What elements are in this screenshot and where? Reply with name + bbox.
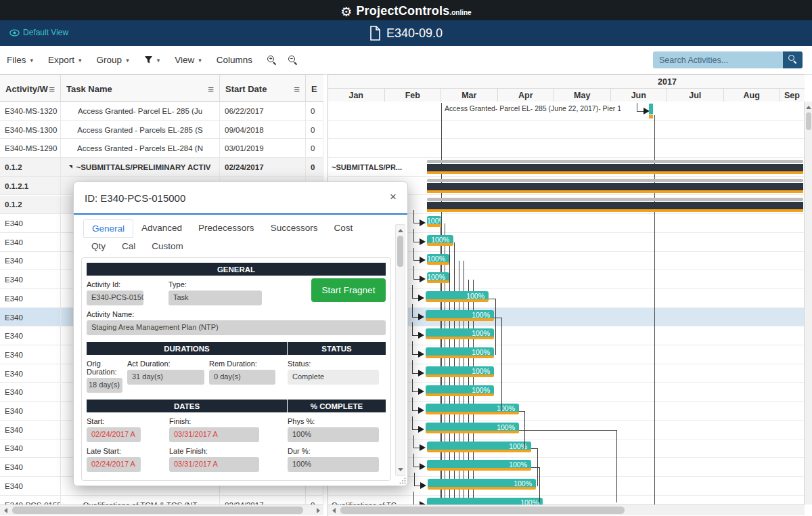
columns-menu[interactable]: Columns	[217, 55, 252, 65]
rem-duration-field[interactable]: 0 day(s)	[209, 370, 275, 385]
files-menu[interactable]: Files▾	[7, 55, 33, 65]
table-row[interactable]: E340-PCS-01552Qualifications of TCM & TC…	[0, 496, 323, 504]
close-icon[interactable]: ×	[390, 191, 397, 202]
scroll-up-button[interactable]	[395, 225, 406, 236]
task-bar[interactable]: 100%	[426, 310, 494, 321]
tab-advanced[interactable]: Advanced	[133, 219, 190, 238]
tab-general[interactable]: General	[83, 219, 133, 238]
cell-text: 03/01/2019	[225, 144, 264, 152]
task-bar[interactable]: 100%	[426, 385, 494, 396]
type-field[interactable]: Task	[168, 291, 262, 305]
modal-tabs: GeneralAdvancedPredecessorsSuccessorsCos…	[74, 215, 371, 255]
filter-menu[interactable]: ▾	[144, 56, 160, 64]
task-bar[interactable]: 100%	[426, 423, 519, 433]
summary-bar[interactable]	[427, 183, 803, 190]
tab-qty[interactable]: Qty	[83, 238, 114, 255]
scroll-up-button[interactable]	[803, 102, 812, 112]
phys-pct-field[interactable]: 100%	[288, 427, 379, 442]
column-menu-icon[interactable]: ≡	[208, 83, 214, 95]
task-bar[interactable]: 100%	[428, 479, 536, 490]
task-bar[interactable]: 100%	[427, 460, 531, 471]
timeline-month-label: Aug	[724, 89, 781, 102]
finish-field[interactable]: 03/31/2017 A	[169, 427, 259, 442]
column-header-task-name[interactable]: Task Name≡	[61, 75, 220, 102]
scroll-down-button[interactable]	[395, 465, 406, 475]
task-bar[interactable]: 100%	[427, 216, 441, 227]
start-label: Start:	[87, 417, 141, 425]
task-bar[interactable]: 100%	[427, 272, 449, 283]
zoom-in-button[interactable]: +	[267, 56, 276, 64]
group-menu[interactable]: Group▾	[97, 55, 129, 65]
view-menu[interactable]: View▾	[175, 55, 202, 65]
expand-collapse-icon[interactable]	[69, 165, 72, 169]
status-label: Status:	[288, 360, 386, 368]
tab-cal[interactable]: Cal	[114, 238, 143, 255]
scrollbar-thumb[interactable]	[397, 236, 403, 267]
late-start-field[interactable]: 02/24/2017 A	[87, 457, 141, 472]
status-field[interactable]: Complete	[288, 370, 379, 385]
scrollbar-thumb[interactable]	[806, 112, 811, 130]
cell-text: Access Granted - Parcels EL-285 (S	[77, 126, 202, 134]
relationship-arrow-icon	[420, 257, 426, 263]
table-cell: 0.1.2.1	[0, 177, 61, 196]
modal-scrollbar[interactable]	[395, 224, 405, 476]
activity-name-field[interactable]: Staging Area Management Plan (NTP)	[87, 320, 386, 335]
task-bar[interactable]: 100%	[427, 442, 531, 452]
resize-grip[interactable]	[399, 477, 406, 484]
table-row[interactable]: 0.1.2~SUBMITTALS/PRELIMINARY ACTIV02/24/…	[0, 158, 323, 177]
table-row[interactable]: E340-MS-1320Access Granted- Parcel EL- 2…	[0, 102, 323, 121]
summary-bar[interactable]	[427, 202, 803, 209]
tab-successors[interactable]: Successors	[263, 219, 326, 238]
gantt-row[interactable]	[328, 139, 805, 158]
task-bar[interactable]: 100%	[426, 404, 519, 414]
late-finish-field[interactable]: 03/31/2017 A	[169, 457, 259, 472]
task-bar[interactable]: 100%	[427, 235, 453, 246]
milestone-marker[interactable]	[649, 104, 653, 114]
tab-cost[interactable]: Cost	[325, 219, 361, 238]
task-bar[interactable]: 100%	[426, 291, 489, 302]
scroll-right-button[interactable]	[313, 505, 323, 515]
search-input[interactable]	[653, 51, 783, 68]
gantt-horizontal-scrollbar[interactable]	[328, 504, 805, 515]
scroll-left-button[interactable]	[328, 505, 339, 515]
relationship-arrow-icon	[420, 238, 426, 245]
project-id: E340-09.0	[386, 26, 443, 41]
export-menu[interactable]: Export▾	[48, 55, 82, 65]
act-duration-field[interactable]: 31 day(s)	[127, 370, 204, 385]
start-field[interactable]: 02/24/2017 A	[87, 427, 141, 442]
gantt-row[interactable]	[328, 121, 805, 139]
summary-bar-baseline	[427, 179, 803, 182]
relationship-line	[412, 341, 413, 355]
relationship-line	[489, 299, 495, 299]
summary-bar[interactable]	[427, 164, 803, 171]
column-header-end-date[interactable]: E	[306, 75, 323, 102]
tab-custom[interactable]: Custom	[143, 238, 191, 255]
table-horizontal-scrollbar[interactable]	[0, 504, 323, 515]
activity-id-field[interactable]: E340-PCS-015000	[87, 291, 143, 305]
view-menu-label: View	[175, 55, 194, 65]
chevron-down-icon: ▾	[126, 57, 129, 64]
search-button[interactable]	[783, 51, 803, 68]
zoom-out-button[interactable]: −	[288, 56, 297, 64]
dur-pct-field[interactable]: 100%	[288, 457, 379, 472]
column-header-activity[interactable]: Activity/W≡	[0, 75, 61, 102]
column-menu-icon[interactable]: ≡	[294, 83, 300, 95]
column-menu-icon[interactable]: ≡	[49, 83, 55, 95]
task-bar[interactable]: 100%	[426, 328, 494, 339]
column-header-start-date[interactable]: Start Date≡	[220, 75, 306, 102]
orig-duration-field[interactable]: 18 day(s)	[87, 378, 122, 393]
task-bar[interactable]: 100%	[426, 366, 494, 377]
task-bar[interactable]: 100%	[427, 498, 543, 504]
table-row[interactable]: E340-MS-1300Access Granted - Parcels EL-…	[0, 121, 323, 139]
tab-predecessors[interactable]: Predecessors	[190, 219, 263, 238]
column-header-task-label: Task Name	[66, 84, 112, 94]
relationship-line	[412, 379, 413, 393]
start-fragnet-button[interactable]: Start Fragnet	[311, 278, 386, 302]
scrollbar-thumb[interactable]	[340, 507, 625, 514]
table-row[interactable]: E340-MS-1290Access Granted - Parcels EL-…	[0, 139, 323, 158]
scroll-left-button[interactable]	[0, 505, 11, 515]
task-bar[interactable]: 100%	[426, 347, 494, 358]
gantt-vertical-scrollbar[interactable]	[804, 102, 812, 504]
scrollbar-thumb[interactable]	[12, 507, 303, 514]
task-bar[interactable]: 100%	[427, 254, 449, 265]
